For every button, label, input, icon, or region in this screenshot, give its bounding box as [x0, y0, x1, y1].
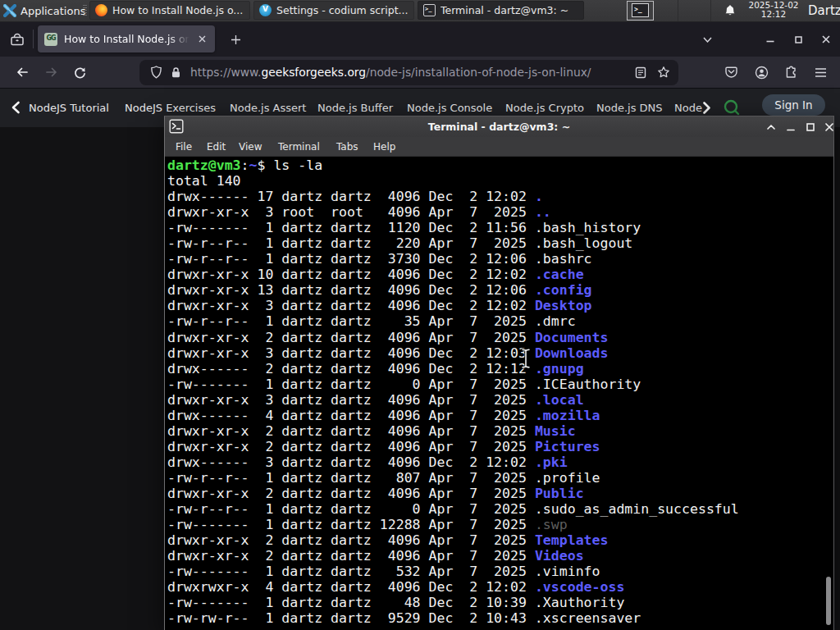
- terminal-line: drwxr-xr-x 3 dartz dartz 4096 Dec 2 12:0…: [167, 298, 739, 313]
- browser-tab[interactable]: How to Install Node.js on: [38, 25, 215, 52]
- terminal-output: dartz@vm3:~$ ls -latotal 140drwx------ 1…: [167, 158, 739, 626]
- terminal-line: -rw------- 1 dartz dartz 532 Apr 7 2025 …: [167, 564, 739, 579]
- mouse-ibeam-cursor: [519, 348, 532, 369]
- terminal-icon: [423, 4, 436, 16]
- clock-time: 12:12: [741, 10, 806, 19]
- taskbar-button-codium[interactable]: Settings - codium script...: [253, 1, 414, 20]
- geeksforgeeks-favicon: [44, 33, 57, 46]
- terminal-minimize-button[interactable]: [783, 119, 798, 135]
- terminal-line: -rw------- 1 dartz dartz 1120 Dec 2 11:5…: [167, 220, 739, 235]
- terminal-line: -rw------- 1 dartz dartz 0 Apr 7 2025 .I…: [167, 377, 739, 392]
- firefox-view-button[interactable]: [7, 29, 28, 50]
- taskbar-button-terminal[interactable]: Terminal - dartz@vm3: ~: [418, 1, 584, 20]
- terminal-line: -rw------- 1 dartz dartz 12288 Apr 7 202…: [167, 517, 739, 532]
- site-search-icon[interactable]: [722, 98, 742, 117]
- top-panel: Applications How to Install Node.js o...…: [0, 0, 840, 22]
- taskbar-button-title: How to Install Node.js o...: [112, 4, 243, 16]
- desktop-screen: Applications How to Install Node.js o...…: [0, 0, 840, 630]
- pocket-button[interactable]: [718, 59, 744, 85]
- terminal-line: drwxr-xr-x 13 dartz dartz 4096 Dec 2 12:…: [167, 282, 739, 298]
- terminal-line: drwxr-xr-x 3 root root 4096 Apr 7 2025 .…: [167, 204, 739, 220]
- applications-logo-icon: [3, 4, 16, 17]
- taskbar-button-firefox[interactable]: How to Install Node.js o...: [89, 1, 250, 20]
- reader-mode-icon[interactable]: [634, 66, 647, 79]
- tab-separator: [33, 30, 34, 48]
- terminal-scrollbar-thumb[interactable]: [826, 577, 831, 625]
- terminal-shade-button[interactable]: [763, 119, 778, 135]
- terminal-line: -rw------- 1 dartz dartz 48 Dec 2 10:39 …: [167, 595, 739, 610]
- tab-close-icon[interactable]: [195, 33, 208, 46]
- url-path: /node-js/installation-of-node-js-on-linu…: [366, 66, 591, 79]
- firefox-toolbar: https://www.geeksforgeeks.org/node-js/in…: [0, 57, 840, 89]
- terminal-titlebar[interactable]: Terminal - dartz@vm3: ~: [165, 116, 833, 137]
- terminal-menu-help[interactable]: Help: [373, 137, 395, 156]
- lock-icon[interactable]: [169, 66, 182, 79]
- terminal-line: drwx------ 4 dartz dartz 4096 Apr 7 2025…: [167, 408, 739, 423]
- terminal-line: drwxrwxr-x 4 dartz dartz 4096 Dec 2 12:0…: [167, 579, 739, 595]
- terminal-menubar: FileEditViewTerminalTabsHelp: [165, 137, 833, 157]
- forward-button[interactable]: [39, 59, 65, 85]
- terminal-line: -rw-r--r-- 1 dartz dartz 807 Apr 7 2025 …: [167, 470, 739, 486]
- taskbar-button-title: Terminal - dartz@vm3: ~: [441, 4, 568, 16]
- subnav-item[interactable]: NodeJS Tutorial: [29, 89, 109, 127]
- window-close-button[interactable]: [819, 32, 833, 47]
- terminal-line: drwxr-xr-x 2 dartz dartz 4096 Apr 7 2025…: [167, 439, 739, 454]
- terminal-line: total 140: [167, 173, 739, 189]
- url-domain: geeksforgeeks.org: [261, 66, 366, 79]
- account-button[interactable]: [748, 59, 774, 85]
- applications-menu-button[interactable]: Applications: [0, 0, 90, 21]
- terminal-menu-terminal[interactable]: Terminal: [278, 137, 320, 156]
- terminal-line: drwxr-xr-x 2 dartz dartz 4096 Apr 7 2025…: [167, 423, 739, 439]
- firefox-tab-bar: How to Install Node.js on: [0, 21, 840, 57]
- extensions-button[interactable]: [778, 59, 804, 85]
- terminal-line: drwxr-xr-x 2 dartz dartz 4096 Apr 7 2025…: [167, 330, 739, 345]
- subnav-scroll-left-icon[interactable]: [11, 101, 21, 117]
- terminal-menu-file[interactable]: File: [176, 137, 192, 156]
- terminal-line: drwxr-xr-x 3 dartz dartz 4096 Dec 2 12:0…: [167, 345, 739, 361]
- tracking-shield-icon[interactable]: [149, 66, 162, 79]
- list-all-tabs-button[interactable]: [700, 32, 714, 47]
- terminal-line: -rw-r--r-- 1 dartz dartz 0 Apr 7 2025 .s…: [167, 501, 739, 517]
- bookmark-star-icon[interactable]: [657, 66, 670, 79]
- url-text: https://www.geeksforgeeks.org/node-js/in…: [190, 66, 634, 79]
- terminal-app-icon: [169, 119, 184, 137]
- terminal-line: drwxr-xr-x 2 dartz dartz 4096 Apr 7 2025…: [167, 486, 739, 501]
- menu-hamburger-button[interactable]: [807, 59, 833, 85]
- panel-separator: [710, 0, 711, 21]
- firefox-icon: [95, 4, 107, 16]
- terminal-line: -rw-r--r-- 1 dartz dartz 3730 Dec 2 12:0…: [167, 251, 739, 267]
- terminal-line: drwxr-xr-x 3 dartz dartz 4096 Apr 7 2025…: [167, 392, 739, 408]
- terminal-menu-view[interactable]: View: [239, 137, 262, 156]
- applications-label: Applications: [21, 5, 85, 17]
- window-minimize-button[interactable]: [763, 32, 778, 47]
- sign-in-button[interactable]: Sign In: [762, 94, 825, 116]
- window-maximize-button[interactable]: [791, 32, 806, 47]
- terminal-line: drwx------ 17 dartz dartz 4096 Dec 2 12:…: [167, 189, 739, 204]
- new-tab-button[interactable]: [226, 30, 244, 48]
- user-menu[interactable]: Dartz: [808, 0, 840, 21]
- workspace-terminal-mini-icon: [632, 3, 649, 17]
- terminal-menu-edit[interactable]: Edit: [207, 137, 226, 156]
- terminal-maximize-button[interactable]: [802, 119, 818, 135]
- workspace-switcher[interactable]: [627, 1, 654, 21]
- terminal-screen[interactable]: dartz@vm3:~$ ls -latotal 140drwx------ 1…: [165, 157, 833, 630]
- terminal-line: dartz@vm3:~$ ls -la: [167, 158, 739, 173]
- terminal-line: drwxr-xr-x 2 dartz dartz 4096 Apr 7 2025…: [167, 532, 739, 548]
- codium-icon: [259, 4, 272, 16]
- firefox-view-icon: [9, 31, 25, 48]
- terminal-menu-tabs[interactable]: Tabs: [336, 137, 358, 156]
- panel-clock[interactable]: 2025-12-02 12:12: [741, 1, 806, 21]
- notification-bell-icon[interactable]: [724, 4, 737, 21]
- back-button[interactable]: [9, 59, 35, 85]
- terminal-line: drwxr-xr-x 2 dartz dartz 4096 Apr 7 2025…: [167, 548, 739, 564]
- user-name: Dartz: [808, 3, 840, 18]
- panel-separator: [678, 0, 678, 21]
- terminal-line: drwxr-xr-x 10 dartz dartz 4096 Dec 2 12:…: [167, 267, 739, 282]
- tasklist-grip: [83, 5, 87, 16]
- terminal-window: Terminal - dartz@vm3: ~ FileEditViewTerm…: [164, 116, 834, 630]
- tab-title: How to Install Node.js on: [64, 33, 192, 45]
- terminal-line: drwx------ 2 dartz dartz 4096 Dec 2 12:1…: [167, 361, 739, 377]
- reload-button[interactable]: [66, 59, 93, 85]
- terminal-close-button[interactable]: [821, 119, 837, 135]
- url-bar[interactable]: https://www.geeksforgeeks.org/node-js/in…: [139, 60, 678, 85]
